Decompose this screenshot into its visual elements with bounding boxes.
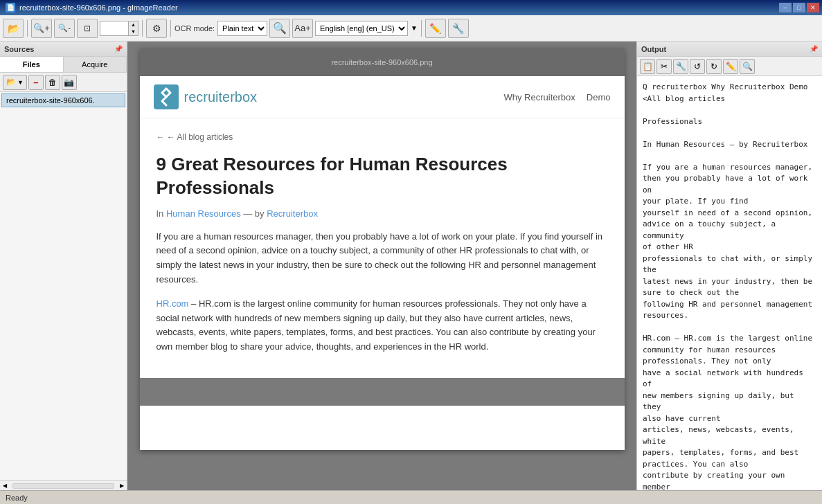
blog-para2-text: – HR.com is the largest online community…: [157, 298, 596, 352]
zoom-down-arrow[interactable]: ▼: [128, 28, 138, 35]
doc-bottom-bar: [140, 378, 625, 406]
rb-logo: recruiterbox: [154, 84, 258, 109]
output-pin[interactable]: 📌: [810, 45, 818, 53]
app-icon: 📄: [6, 3, 15, 12]
sources-panel: Sources 📌 Files Acquire 📂 ▼ – 🗑 📷 recrui…: [0, 42, 127, 490]
output-search-button[interactable]: 🔍: [740, 59, 755, 74]
screenshot-button[interactable]: 📷: [62, 75, 77, 90]
rb-nav: Why Recruiterbox Demo: [504, 92, 611, 102]
zoom-up-arrow[interactable]: ▲: [128, 21, 138, 28]
toolbar-separator2: [142, 20, 143, 37]
rb-nav-demo[interactable]: Demo: [587, 92, 611, 102]
source-item[interactable]: recruiterbox-site-960x606.: [1, 93, 125, 107]
output-edit-button[interactable]: ✏️: [723, 59, 738, 74]
open-button[interactable]: 📂: [3, 19, 24, 38]
open-source-icon: 📂: [6, 78, 16, 87]
scroll-left-button[interactable]: ◀: [0, 481, 10, 491]
maximize-button[interactable]: □: [793, 3, 805, 12]
titlebar: 📄 recruiterbox-site-960x606.png - gImage…: [0, 0, 822, 15]
output-clear-button[interactable]: 🔧: [673, 59, 688, 74]
output-undo-button[interactable]: ↺: [690, 59, 705, 74]
doc-top-bar-text: recruiterbox-site-960x606.png: [331, 58, 432, 66]
sources-toolbar: 📂 ▼ – 🗑 📷: [0, 73, 127, 92]
meta-separator: — by: [243, 208, 264, 219]
statusbar: Ready: [0, 490, 822, 504]
status-text: Ready: [6, 494, 28, 502]
rb-logo-icon: [154, 84, 179, 109]
sources-scrollbar: ◀ ▶: [0, 480, 127, 490]
sources-panel-header: Sources 📌: [0, 42, 127, 57]
scroll-right-button[interactable]: ▶: [117, 481, 127, 491]
doc-inner: recruiterbox Why Recruiterbox Demo ← ← A…: [140, 76, 625, 378]
document-page: recruiterbox-site-960x606.png recruiterb…: [140, 48, 625, 450]
blog-nav: ← ← All blog articles: [157, 132, 608, 142]
all-articles-link[interactable]: ← All blog articles: [167, 132, 233, 142]
close-button[interactable]: ✕: [807, 3, 819, 12]
recognize-icon-button[interactable]: Aa+: [292, 19, 313, 38]
spell-button[interactable]: ✏️: [425, 19, 446, 38]
output-panel: Output 📌 📋 ✂ 🔧 ↺ ↻ ✏️ 🔍 Q recruiterbox W…: [636, 42, 822, 490]
zoom-arrows: ▲ ▼: [128, 21, 138, 35]
language-select[interactable]: English [eng] (en_US): [315, 21, 408, 36]
open-dropdown-arrow[interactable]: ▼: [17, 79, 24, 86]
output-redo-button[interactable]: ↻: [706, 59, 722, 74]
output-text[interactable]: Q recruiterbox Why Recruiterbox Demo <Al…: [637, 76, 822, 490]
scroll-track[interactable]: [12, 483, 114, 489]
blog-title: 9 Great Resources for Human Resources Pr…: [157, 153, 608, 200]
rb-logo-text: recruiterbox: [184, 89, 258, 105]
meta-author[interactable]: Recruiterbox: [267, 208, 318, 219]
tab-files[interactable]: Files: [0, 57, 64, 72]
toolbar-separator3: [170, 20, 171, 37]
main-area: Sources 📌 Files Acquire 📂 ▼ – 🗑 📷 recrui…: [0, 42, 822, 490]
zoom-input[interactable]: 0.0: [100, 24, 128, 33]
sources-list: recruiterbox-site-960x606.: [0, 92, 127, 480]
minimize-button[interactable]: –: [779, 3, 792, 12]
blog-meta: In Human Resources — by Recruiterbox: [157, 208, 608, 219]
document-viewer[interactable]: recruiterbox-site-960x606.png recruiterb…: [127, 42, 636, 490]
hrcom-link[interactable]: HR.com: [157, 298, 189, 309]
ocr-mode-label: OCR mode:: [175, 24, 215, 33]
blog-body: If you are a human resources manager, th…: [157, 230, 608, 354]
lang-group: English [eng] (en_US) ▼: [315, 21, 418, 36]
sources-title: Sources: [4, 45, 34, 53]
output-copy-button[interactable]: 📋: [640, 59, 655, 74]
titlebar-title: recruiterbox-site-960x606.png - gImageRe…: [19, 3, 178, 12]
titlebar-left: 📄 recruiterbox-site-960x606.png - gImage…: [6, 3, 178, 12]
output-cut-button[interactable]: ✂: [656, 59, 672, 74]
settings-button[interactable]: ⚙: [146, 19, 167, 38]
meta-prefix: In: [157, 208, 164, 219]
output-title: Output: [641, 45, 666, 53]
ocr-mode-select[interactable]: Plain text: [217, 21, 267, 36]
clear-source-button[interactable]: 🗑: [45, 75, 60, 90]
meta-category[interactable]: Human Resources: [166, 208, 241, 219]
recruiterbox-header: recruiterbox Why Recruiterbox Demo: [140, 76, 625, 118]
lang-dropdown-arrow[interactable]: ▼: [411, 24, 418, 32]
main-toolbar: 📂 🔍+ 🔍- ⊡ 0.0 ▲ ▼ ⚙ OCR mode: Plain text…: [0, 15, 822, 42]
sources-pin[interactable]: 📌: [114, 45, 123, 53]
tab-acquire[interactable]: Acquire: [64, 57, 127, 72]
output-toolbar: 📋 ✂ 🔧 ↺ ↻ ✏️ 🔍: [637, 57, 822, 76]
doc-top-bar: recruiterbox-site-960x606.png: [140, 48, 625, 76]
toolbar-separator: [27, 20, 28, 37]
delete-source-button[interactable]: –: [28, 75, 44, 90]
output-panel-header: Output 📌: [637, 42, 822, 57]
doc-content: ← ← All blog articles 9 Great Resources …: [140, 118, 625, 378]
ocr-group: OCR mode: Plain text: [175, 21, 267, 36]
titlebar-buttons: – □ ✕: [779, 3, 819, 12]
toolbar-separator4: [421, 20, 422, 37]
zoom-out-button[interactable]: 🔍-: [54, 19, 75, 38]
wrench-button[interactable]: 🔧: [448, 19, 469, 38]
ocr-icon-button[interactable]: 🔍: [269, 19, 290, 38]
open-source-button[interactable]: 📂 ▼: [3, 75, 27, 90]
zoom-fit-button[interactable]: ⊡: [77, 19, 98, 38]
blog-para1: If you are a human resources manager, th…: [157, 230, 608, 287]
blog-para2: HR.com – HR.com is the largest online co…: [157, 297, 608, 354]
back-arrow: ←: [157, 132, 167, 142]
zoom-group: 0.0 ▲ ▼: [100, 21, 139, 36]
rb-nav-why[interactable]: Why Recruiterbox: [504, 92, 575, 102]
sources-tabs: Files Acquire: [0, 57, 127, 73]
zoom-in-button[interactable]: 🔍+: [31, 19, 52, 38]
